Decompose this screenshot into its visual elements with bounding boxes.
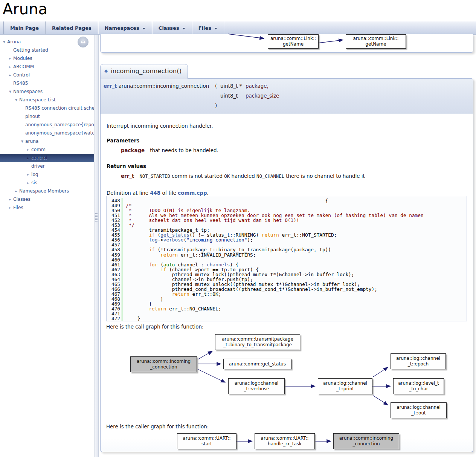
retval-name-link[interactable]: err_t	[121, 173, 139, 179]
sidebar-item-classes[interactable]: ►Classes	[0, 195, 94, 203]
tree-expanded-icon[interactable]: ▼	[13, 98, 19, 102]
main-nav-bar: Main PageRelated PagesNamespacesClassesF…	[0, 21, 476, 35]
tree-collapsed-icon[interactable]: ►	[7, 73, 13, 77]
code-text: "incoming connection"	[186, 237, 247, 243]
graph-node-aruna-comm-link-getname[interactable]: aruna::comm::Link::getName	[268, 34, 319, 49]
graph-node-aruna-comm-uart-handle-rx-task[interactable]: aruna::comm::UART::handle_rx_task	[255, 433, 315, 449]
definition-text: .	[207, 190, 209, 196]
tree-collapsed-icon[interactable]: ►	[7, 57, 13, 60]
resize-grip-icon[interactable]	[95, 213, 98, 222]
graph-node-label: _t::print	[336, 386, 354, 392]
chevron-down-icon	[182, 28, 185, 31]
sidebar-item-files[interactable]: ►Files	[0, 203, 94, 212]
graph-node-aruna-comm-transmitpackage-t-binary-to-transmitpackage[interactable]: aruna::comm::transmitpackage_t::binary_t…	[215, 334, 300, 350]
graph-node-aruna-log-level-t-to-char[interactable]: aruna::log::level_t_to_char	[393, 378, 444, 394]
tab-related-pages[interactable]: Related Pages	[46, 21, 98, 34]
line-number[interactable]: 463	[107, 272, 122, 277]
tree-expanded-icon[interactable]: ▼	[1, 40, 7, 44]
line-number[interactable]: 460	[107, 257, 122, 262]
source-code-fragment[interactable]: 448 {449/*450 * TODO O(N) is eigenlijk t…	[106, 196, 467, 321]
graph-node-label: aruna::comm::transmitpackage	[222, 336, 293, 342]
graph-node-aruna-comm-link-getname[interactable]: aruna::comm::Link::getName	[346, 34, 406, 49]
sidebar-item-modules[interactable]: ►Modules	[0, 54, 94, 63]
sidebar-item-label: Namespace Members	[19, 188, 69, 194]
graph-node-aruna-comm-incoming-connection[interactable]: aruna::comm::incoming_connection	[130, 356, 197, 372]
inline-code: NOT_STARTED	[139, 174, 170, 179]
graph-node-aruna-log-channel-t-print[interactable]: aruna::log::channel_t::print	[318, 378, 372, 394]
code-text: return	[262, 232, 279, 238]
sidebar-item-rs485[interactable]: RS485	[0, 79, 94, 87]
sidebar-item-sis[interactable]: ►sis	[0, 179, 94, 187]
tree-collapsed-icon[interactable]: ►	[25, 181, 31, 185]
return-type-link[interactable]: err_t	[104, 83, 117, 89]
line-number[interactable]: 466	[107, 287, 122, 292]
signature-row: uint8_tpackage_size	[104, 91, 473, 101]
code-link[interactable]: log	[149, 237, 157, 243]
line-number[interactable]: 462	[107, 267, 122, 272]
tree-collapsed-icon[interactable]: ►	[25, 156, 31, 160]
tree-collapsed-icon[interactable]: ►	[13, 190, 19, 193]
tree-collapsed-icon[interactable]: ►	[7, 65, 13, 69]
line-number[interactable]: 458	[107, 247, 122, 252]
sidebar-item-label: ARCOMM	[13, 64, 34, 69]
sidebar-item-comm[interactable]: ►comm	[0, 145, 94, 154]
sidebar-item-namespaces[interactable]: ▼Namespaces	[0, 87, 94, 96]
tab-classes[interactable]: Classes	[152, 21, 192, 34]
sidebar-item-label: Control	[13, 72, 30, 78]
tree-collapsed-icon[interactable]: ►	[25, 148, 31, 151]
anchor-diamond-icon[interactable]: ◆	[104, 68, 108, 73]
sidebar-item-label: sis	[31, 180, 37, 185]
line-number[interactable]: 467	[107, 292, 122, 297]
definition-file-link[interactable]: comm.cpp	[178, 190, 207, 196]
sidebar-item-pinout[interactable]: pinout	[0, 112, 94, 121]
sidebar-item-label: Files	[13, 205, 23, 210]
sidebar-item-getting-started[interactable]: Getting started	[0, 46, 94, 54]
signature-row: err_t aruna::comm::incoming_connection (…	[104, 81, 473, 91]
tree-collapsed-icon[interactable]: ►	[7, 198, 13, 201]
tree-collapsed-icon[interactable]: ►	[25, 173, 31, 176]
code-link[interactable]: verbose	[163, 237, 184, 243]
sidebar-item-label: RS485 connection circuit schemati	[25, 105, 94, 111]
line-number[interactable]: 459	[107, 252, 122, 257]
sidebar-item-anonymous-namespace-reporter-c[interactable]: anonymous_namespace{reporter.c	[0, 121, 94, 129]
sidebar-item-anonymous-namespace-watcher-c[interactable]: anonymous_namespace{watcher.c	[0, 129, 94, 137]
sidebar-item-log[interactable]: ►log	[0, 170, 94, 179]
sidebar-item-namespace-members[interactable]: ►Namespace Members	[0, 187, 94, 195]
graph-node-aruna-comm-incoming-connection[interactable]: aruna::comm::incoming_connection	[333, 433, 399, 449]
line-number[interactable]: 461	[107, 262, 122, 267]
sidebar-item-driver[interactable]: driver	[0, 162, 94, 170]
code-line: 456 log->verbose("incoming connection");	[107, 237, 467, 242]
sidebar-item-aruna[interactable]: ▼aruna	[0, 137, 94, 145]
sidebar-item-rs485-connection-circuit-schemati[interactable]: RS485 connection circuit schemati	[0, 104, 94, 112]
sidebar-item-label: RS485	[13, 81, 28, 86]
graph-node-label: aruna::comm::incoming	[339, 436, 393, 441]
graph-node-aruna-log-channel-t-verbose[interactable]: aruna::log::channel_t::verbose	[228, 378, 285, 394]
sidebar-item-control[interactable]: ►Control	[0, 71, 94, 79]
tab-namespaces[interactable]: Namespaces	[98, 21, 152, 34]
line-number[interactable]: 472	[107, 316, 122, 321]
tab-label: Classes	[159, 25, 179, 31]
graph-node-aruna-log-channel-t-out[interactable]: aruna::log::channel_t::out	[391, 402, 447, 418]
sidebar-resize-handle[interactable]	[94, 35, 99, 457]
member-prototype: err_t aruna::comm::incoming_connection (…	[100, 78, 473, 114]
tree-expanded-icon[interactable]: ▼	[7, 90, 13, 93]
sidebar-item-arcomm[interactable]: ►ARCOMM	[0, 63, 94, 71]
tab-main-page[interactable]: Main Page	[4, 21, 46, 34]
tab-label: Related Pages	[52, 25, 92, 31]
graph-node-aruna-log-channel-t-epoch[interactable]: aruna::log::channel_t::epoch	[391, 353, 446, 369]
graph-node-aruna-comm-get-status[interactable]: aruna::comm::get_status	[223, 359, 291, 369]
line-number[interactable]: 464	[107, 277, 122, 282]
graph-node-label: aruna::log::channel	[396, 356, 440, 361]
sidebar-item-namespace-list[interactable]: ▼Namespace List	[0, 96, 94, 104]
return-values-heading: Return values	[107, 164, 468, 169]
sidebar-item-label: log	[31, 172, 38, 177]
graph-node-label: aruna::comm::Link::	[353, 36, 398, 41]
line-number[interactable]: 465	[107, 282, 122, 287]
definition-line-link[interactable]: 448	[150, 190, 160, 196]
sidebar-item-control[interactable]: ►control	[0, 154, 94, 162]
tree-expanded-icon[interactable]: ▼	[19, 140, 25, 143]
graph-node-aruna-comm-uart-start[interactable]: aruna::comm::UART::start	[177, 433, 236, 449]
tab-files[interactable]: Files	[192, 21, 224, 34]
sync-toggle-button[interactable]: ↔	[78, 37, 88, 47]
tree-collapsed-icon[interactable]: ►	[7, 206, 13, 209]
